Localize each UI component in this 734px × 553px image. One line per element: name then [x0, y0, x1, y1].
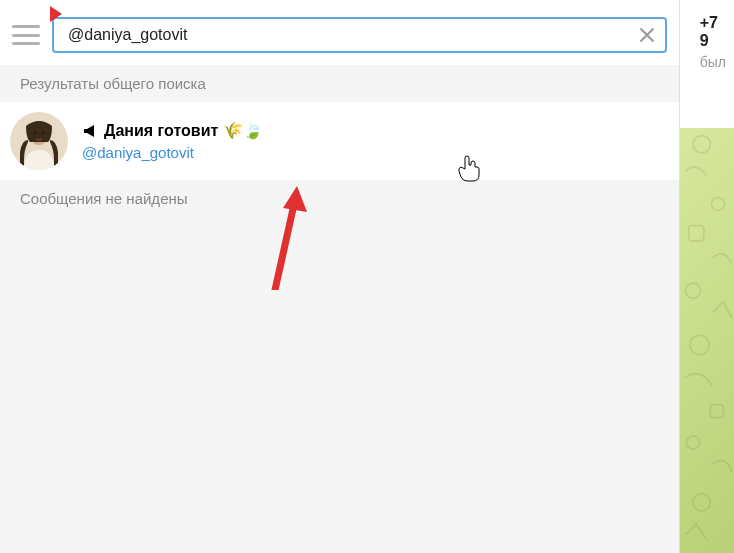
- chat-status: был: [700, 54, 726, 70]
- chat-header[interactable]: +7 9 был: [680, 0, 734, 68]
- result-handle: @daniya_gotovit: [82, 144, 263, 161]
- svg-point-7: [685, 283, 700, 298]
- result-info: Дания готовит 🌾🍃 @daniya_gotovit: [82, 121, 263, 161]
- section-global-results: Результаты общего поиска: [0, 65, 679, 102]
- search-result-item[interactable]: Дания готовит 🌾🍃 @daniya_gotovit: [0, 102, 679, 180]
- chat-background: [680, 128, 734, 553]
- section-no-messages: Сообщения не найдены: [0, 180, 679, 217]
- svg-point-2: [34, 132, 37, 135]
- clear-search-button[interactable]: [635, 23, 659, 47]
- svg-point-5: [711, 197, 724, 210]
- avatar: [10, 112, 68, 170]
- svg-rect-9: [710, 405, 723, 418]
- result-title-row: Дания готовит 🌾🍃: [82, 121, 263, 140]
- top-bar: [0, 0, 679, 65]
- svg-point-10: [686, 436, 699, 449]
- svg-rect-6: [688, 226, 703, 241]
- search-input[interactable]: [52, 17, 667, 53]
- chat-panel: +7 9 был: [679, 0, 734, 553]
- channel-icon: [82, 123, 98, 139]
- svg-point-4: [693, 136, 710, 153]
- search-results: Результаты общего поиска: [0, 65, 679, 553]
- svg-point-11: [693, 494, 710, 511]
- search-panel: Результаты общего поиска: [0, 0, 679, 553]
- menu-button[interactable]: [12, 23, 40, 47]
- search-wrapper: [52, 17, 667, 53]
- chat-title: +7 9: [700, 14, 726, 50]
- svg-point-8: [690, 335, 710, 355]
- svg-point-3: [42, 132, 45, 135]
- close-icon: [639, 27, 655, 43]
- result-title: Дания готовит 🌾🍃: [104, 121, 263, 140]
